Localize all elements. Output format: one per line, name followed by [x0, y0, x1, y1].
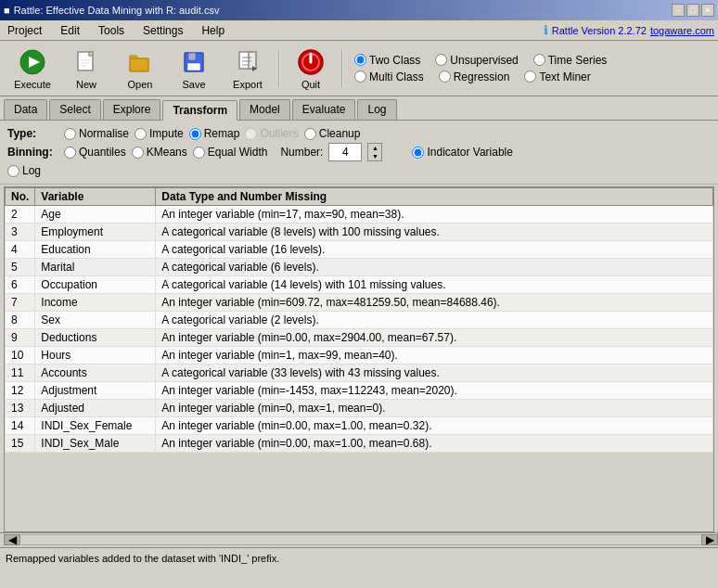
menubar: Project Edit Tools Settings Help ℹ Rattl… [0, 20, 718, 41]
kmeans-option[interactable]: KMeans [132, 146, 187, 159]
version-link[interactable]: togaware.com [650, 25, 714, 36]
quit-button[interactable]: Quit [284, 44, 338, 94]
cell-no: 8 [6, 312, 35, 329]
data-table: No. Variable Data Type and Number Missin… [5, 187, 713, 453]
cell-no: 5 [6, 259, 35, 276]
quit-icon [296, 47, 326, 77]
minimize-button[interactable]: − [672, 4, 685, 17]
normalise-option[interactable]: Normalise [64, 127, 129, 140]
hscroll-right-button[interactable]: ▶ [701, 534, 718, 545]
quantiles-option[interactable]: Quantiles [64, 146, 126, 159]
statusbar: Remapped variables added to the dataset … [0, 547, 718, 568]
unsupervised-option[interactable]: Unsupervised [435, 54, 518, 67]
menu-tools[interactable]: Tools [95, 22, 128, 39]
menu-edit[interactable]: Edit [57, 22, 83, 39]
cell-no: 10 [6, 347, 35, 364]
cell-desc: An integer variable (min=0.00, max=1.00,… [156, 417, 713, 435]
binning-label: Binning: [7, 146, 58, 159]
number-input[interactable] [328, 143, 362, 161]
maximize-button[interactable]: □ [686, 4, 699, 17]
table-row: 6 Occupation A categorical variable (14 … [6, 276, 713, 294]
horizontal-scrollbar[interactable]: ◀ ▶ [0, 532, 718, 545]
export-button[interactable]: Export [221, 44, 275, 94]
tab-model[interactable]: Model [239, 99, 290, 120]
cell-desc: An integer variable (min=17, max=90, mea… [156, 206, 713, 224]
table-row: 3 Employment A categorical variable (8 l… [6, 224, 713, 241]
indicator-variable-option[interactable]: Indicator Variable [412, 146, 513, 159]
quit-label: Quit [301, 79, 320, 90]
titlebar-icon: ■ [4, 5, 10, 16]
table-row: 7 Income An integer variable (min=609.72… [6, 294, 713, 312]
number-spinner[interactable]: ▲ ▼ [367, 143, 382, 161]
cell-no: 6 [6, 276, 35, 294]
toolbar: Execute New Open [0, 41, 718, 96]
cell-var: Occupation [35, 276, 156, 294]
cell-no: 15 [6, 435, 35, 453]
text-miner-option[interactable]: Text Miner [524, 70, 590, 83]
execute-button[interactable]: Execute [6, 44, 59, 94]
cell-desc: A categorical variable (2 levels). [156, 312, 713, 329]
menu-project[interactable]: Project [4, 22, 45, 39]
menu-help[interactable]: Help [198, 22, 228, 39]
titlebar: ■ Rattle: Effective Data Mining with R: … [0, 0, 718, 20]
save-button[interactable]: Save [167, 44, 221, 94]
cell-desc: A categorical variable (14 levels) with … [156, 276, 713, 294]
cell-var: Income [35, 294, 156, 312]
open-button[interactable]: Open [113, 44, 167, 94]
tab-select[interactable]: Select [49, 99, 100, 120]
titlebar-title: Rattle: Effective Data Mining with R: au… [14, 5, 220, 16]
cell-var: Marital [35, 259, 156, 276]
multi-class-option[interactable]: Multi Class [354, 70, 424, 83]
number-label: Number: [280, 146, 323, 159]
type-label: Type: [7, 127, 58, 140]
save-icon [179, 47, 209, 77]
two-class-option[interactable]: Two Class [354, 54, 420, 67]
tab-log[interactable]: Log [357, 99, 396, 120]
cell-desc: A categorical variable (8 levels) with 1… [156, 224, 713, 241]
table-row: 13 Adjusted An integer variable (min=0, … [6, 400, 713, 417]
remap-option[interactable]: Remap [189, 127, 240, 140]
table-scroll[interactable]: No. Variable Data Type and Number Missin… [5, 187, 713, 521]
tab-evaluate[interactable]: Evaluate [292, 99, 356, 120]
spin-up-button[interactable]: ▲ [368, 144, 381, 152]
status-text: Remapped variables added to the dataset … [6, 553, 279, 564]
close-button[interactable]: ✕ [701, 4, 714, 17]
cell-desc: An integer variable (min=0.00, max=1.00,… [156, 435, 713, 453]
cleanup-option[interactable]: Cleanup [304, 127, 361, 140]
regression-option[interactable]: Regression [439, 70, 510, 83]
hscroll-left-button[interactable]: ◀ [4, 534, 20, 545]
table-row: 8 Sex A categorical variable (2 levels). [6, 312, 713, 329]
col-header-var: Variable [35, 188, 156, 206]
cell-var: Employment [35, 224, 156, 241]
save-label: Save [182, 79, 205, 90]
new-button[interactable]: New [59, 44, 113, 94]
cell-var: Deductions [35, 329, 156, 347]
info-icon: ℹ [544, 23, 548, 37]
version-text: Rattle Version 2.2.72 [552, 25, 647, 36]
menu-settings[interactable]: Settings [139, 22, 186, 39]
table-row: 15 INDI_Sex_Male An integer variable (mi… [6, 435, 713, 453]
new-label: New [76, 79, 96, 90]
cell-no: 7 [6, 294, 35, 312]
outliers-option[interactable]: Outliers [245, 127, 298, 140]
tab-explore[interactable]: Explore [103, 99, 161, 120]
cell-var: Sex [35, 312, 156, 329]
table-row: 9 Deductions An integer variable (min=0.… [6, 329, 713, 347]
cell-desc: A categorical variable (33 levels) with … [156, 364, 713, 382]
tab-transform[interactable]: Transform [162, 100, 237, 121]
version-info: ℹ Rattle Version 2.2.72 togaware.com [544, 23, 714, 37]
log-option[interactable]: Log [7, 164, 41, 177]
equal-width-option[interactable]: Equal Width [193, 146, 268, 159]
table-row: 14 INDI_Sex_Female An integer variable (… [6, 417, 713, 435]
time-series-option[interactable]: Time Series [533, 54, 608, 67]
cell-var: Hours [35, 347, 156, 364]
cell-no: 12 [6, 382, 35, 400]
table-row: 12 Adjustment An integer variable (min=-… [6, 382, 713, 400]
cell-desc: A categorical variable (6 levels). [156, 259, 713, 276]
impute-option[interactable]: Impute [135, 127, 184, 140]
toolbar-separator2 [341, 50, 343, 87]
spin-down-button[interactable]: ▼ [368, 152, 381, 160]
cell-no: 2 [6, 206, 35, 224]
tabs-bar: Data Select Explore Transform Model Eval… [0, 96, 718, 121]
tab-data[interactable]: Data [4, 99, 47, 120]
